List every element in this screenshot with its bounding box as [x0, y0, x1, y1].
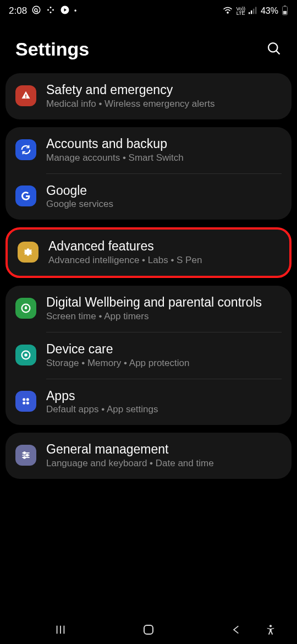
row-text: Device care Storage • Memory • App prote…: [46, 341, 282, 369]
row-general-management[interactable]: General management Language and keyboard…: [6, 433, 292, 479]
row-text: Digital Wellbeing and parental controls …: [46, 294, 282, 322]
row-subtitle: Medical info • Wireless emergency alerts: [46, 99, 282, 110]
svg-rect-8: [251, 10, 252, 14]
svg-rect-16: [25, 94, 26, 96]
row-text: General management Language and keyboard…: [46, 441, 282, 469]
status-right: Vo)) LTE 43%: [223, 6, 288, 17]
row-subtitle: Screen time • App timers: [46, 311, 282, 322]
svg-rect-7: [249, 12, 250, 14]
settings-list: Safety and emergency Medical info • Wire…: [0, 73, 297, 479]
svg-point-35: [270, 625, 272, 627]
row-text: Accounts and backup Manage accounts • Sm…: [46, 136, 282, 163]
row-title: Safety and emergency: [46, 82, 282, 98]
row-subtitle: Language and keyboard • Date and time: [46, 458, 282, 469]
svg-rect-13: [283, 10, 287, 14]
navigation-bar: [0, 615, 297, 644]
row-title: General management: [46, 441, 282, 457]
row-title: Device care: [46, 341, 282, 357]
row-safety-emergency[interactable]: Safety and emergency Medical info • Wire…: [6, 73, 292, 119]
whatsapp-icon: [31, 5, 41, 18]
row-accounts-backup[interactable]: Accounts and backup Manage accounts • Sm…: [6, 127, 292, 173]
wifi-icon: [223, 7, 233, 16]
row-title: Apps: [46, 388, 282, 404]
svg-point-6: [227, 12, 228, 13]
svg-rect-1: [47, 9, 49, 10]
svg-point-0: [32, 6, 40, 14]
svg-point-22: [26, 399, 29, 401]
row-text: Google Google services: [46, 183, 282, 210]
svg-point-21: [23, 399, 25, 401]
search-button[interactable]: [266, 41, 282, 58]
sync-icon: [15, 139, 36, 160]
svg-point-30: [24, 457, 25, 459]
emergency-icon: [15, 85, 36, 106]
svg-rect-10: [255, 7, 256, 14]
row-subtitle: Default apps • App settings: [46, 404, 282, 415]
svg-rect-3: [52, 9, 54, 10]
svg-point-24: [26, 402, 29, 405]
row-text: Apps Default apps • App settings: [46, 388, 282, 416]
svg-rect-12: [284, 6, 286, 7]
status-left: 2:08 •: [9, 5, 76, 18]
accessibility-button[interactable]: [254, 624, 287, 635]
row-apps[interactable]: Apps Default apps • App settings: [6, 379, 292, 425]
settings-group: Safety and emergency Medical info • Wire…: [6, 73, 292, 119]
gear-icon: [18, 242, 38, 263]
row-digital-wellbeing[interactable]: Digital Wellbeing and parental controls …: [6, 286, 292, 332]
row-device-care[interactable]: Device care Storage • Memory • App prote…: [6, 332, 292, 379]
apps-icon: [15, 391, 36, 412]
svg-point-26: [24, 452, 25, 454]
row-title: Advanced features: [48, 238, 279, 254]
home-button[interactable]: [132, 623, 165, 636]
page-title: Settings: [15, 39, 89, 60]
svg-point-28: [26, 454, 28, 456]
row-text: Advanced features Advanced intelligence …: [48, 238, 279, 266]
wellbeing-icon: [15, 298, 36, 319]
row-text: Safety and emergency Medical info • Wire…: [46, 82, 282, 110]
settings-group: Digital Wellbeing and parental controls …: [6, 286, 292, 425]
status-bar: 2:08 • Vo)) LTE 43%: [0, 0, 297, 22]
back-button[interactable]: [220, 624, 253, 635]
signal-icon: [249, 7, 257, 16]
row-title: Digital Wellbeing and parental controls: [46, 294, 282, 310]
sliders-icon: [15, 445, 36, 466]
svg-rect-2: [50, 7, 52, 8]
recents-button[interactable]: [44, 624, 77, 636]
row-subtitle: Manage accounts • Smart Switch: [46, 152, 282, 163]
battery-icon: [282, 6, 288, 17]
row-title: Accounts and backup: [46, 136, 282, 152]
play-icon: [60, 5, 70, 18]
google-icon: [15, 185, 36, 206]
svg-point-20: [24, 353, 28, 357]
header: Settings: [0, 22, 297, 73]
svg-rect-17: [25, 97, 26, 98]
row-advanced-features[interactable]: Advanced features Advanced intelligence …: [8, 230, 289, 276]
battery-percent: 43%: [261, 6, 278, 16]
svg-line-15: [277, 51, 280, 54]
settings-group: Accounts and backup Manage accounts • Sm…: [6, 127, 292, 220]
settings-group: General management Language and keyboard…: [6, 433, 292, 479]
row-subtitle: Advanced intelligence • Labs • S Pen: [48, 255, 279, 266]
device-care-icon: [15, 345, 36, 365]
row-google[interactable]: Google Google services: [6, 174, 292, 220]
volte-label: Vo)) LTE: [236, 7, 245, 15]
settings-group-highlighted: Advanced features Advanced intelligence …: [6, 227, 292, 278]
slack-icon: [46, 5, 56, 18]
notification-dot-icon: •: [74, 7, 76, 15]
svg-point-14: [268, 43, 277, 52]
row-subtitle: Google services: [46, 199, 282, 210]
row-subtitle: Storage • Memory • App protection: [46, 358, 282, 369]
svg-point-23: [23, 402, 25, 405]
svg-rect-34: [144, 625, 153, 634]
svg-rect-4: [50, 12, 52, 13]
search-icon: [266, 41, 282, 56]
svg-rect-9: [253, 8, 254, 14]
status-time: 2:08: [9, 6, 27, 17]
row-title: Google: [46, 183, 282, 199]
